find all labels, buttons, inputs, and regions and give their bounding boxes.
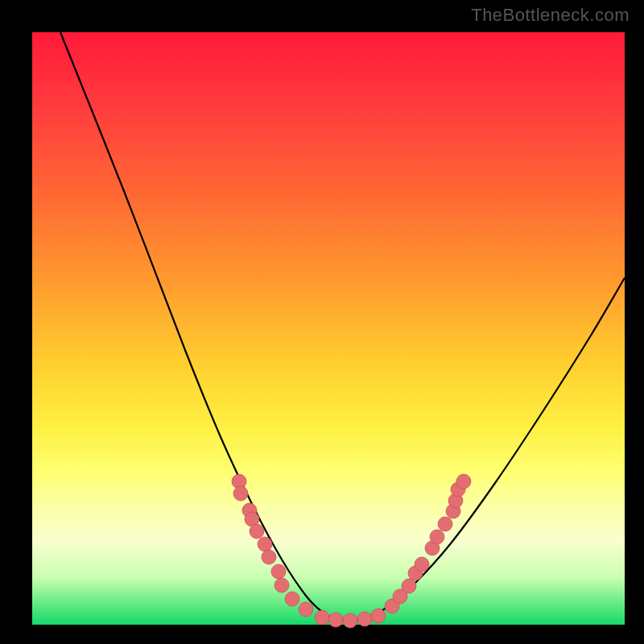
bottleneck-curve: [60, 32, 625, 620]
watermark-text: TheBottleneck.com: [471, 5, 630, 26]
data-point: [315, 610, 329, 625]
data-point: [299, 602, 313, 617]
data-point: [357, 612, 372, 626]
data-point: [275, 578, 289, 592]
data-point: [233, 486, 248, 501]
data-point: [343, 613, 357, 628]
data-point: [250, 524, 264, 539]
data-points: [232, 474, 471, 628]
data-point: [438, 517, 452, 531]
plot-area: [32, 32, 625, 625]
data-point: [258, 537, 272, 551]
data-point: [371, 609, 386, 623]
curve-layer: [32, 32, 625, 625]
data-point: [430, 530, 444, 544]
data-point: [328, 613, 343, 627]
data-point: [415, 557, 429, 572]
data-point: [262, 550, 276, 564]
data-point: [271, 564, 286, 579]
chart-frame: TheBottleneck.com: [0, 0, 644, 644]
data-point: [456, 474, 471, 489]
data-point: [402, 579, 416, 593]
data-point: [285, 592, 299, 606]
